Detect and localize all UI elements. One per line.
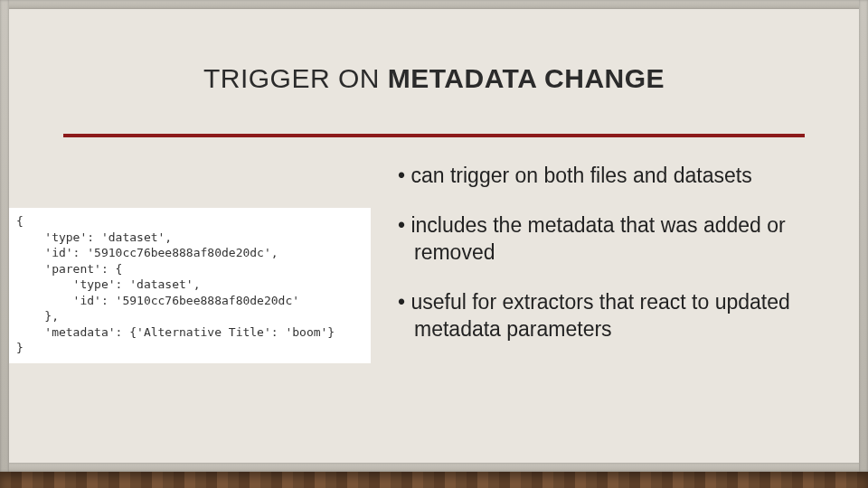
slide: TRIGGER ON METADATA CHANGE { 'type': 'da… xyxy=(0,0,868,488)
frame-edge xyxy=(0,0,868,9)
bullet-item: useful for extractors that react to upda… xyxy=(398,289,805,343)
slide-title: TRIGGER ON METADATA CHANGE xyxy=(0,63,868,94)
bullet-item: can trigger on both files and datasets xyxy=(398,163,805,189)
wood-floor xyxy=(0,472,868,488)
code-sample: { 'type': 'dataset', 'id': '5910cc76bee8… xyxy=(9,208,371,363)
bullet-list: can trigger on both files and datasets i… xyxy=(398,163,805,366)
bullet-item: includes the metadata that was added or … xyxy=(398,212,805,266)
frame-edge xyxy=(0,463,868,472)
title-light: TRIGGER ON xyxy=(203,63,388,93)
title-heavy: METADATA CHANGE xyxy=(388,63,665,93)
title-divider xyxy=(63,134,805,137)
